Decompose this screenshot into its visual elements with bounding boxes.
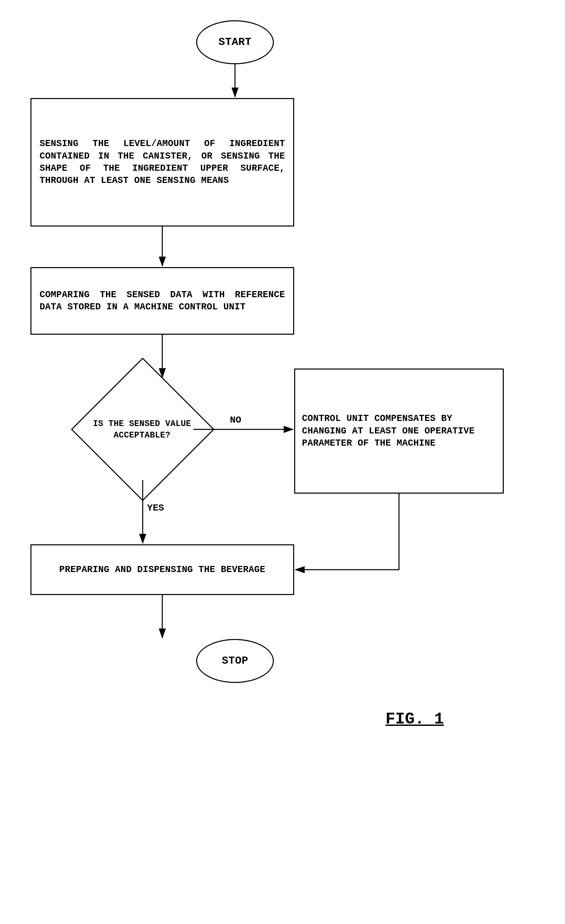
svg-text:YES: YES [147,503,164,513]
svg-text:NO: NO [230,415,241,425]
comparing-node: COMPARING THE SENSED DATA WITH REFERENCE… [30,267,294,335]
flowchart: START SENSING THE LEVEL/AMOUNT OF INGRED… [0,0,565,924]
dispense-node: PREPARING AND DISPENSING THE BEVERAGE [30,544,294,595]
decision-diamond [71,358,214,501]
sensing-node: SENSING THE LEVEL/AMOUNT OF INGREDIENT C… [30,98,294,226]
start-node: START [196,20,274,64]
compensate-node: CONTROL UNIT COMPENSATES BY CHANGING AT … [294,369,504,494]
figure-label: FIG. 1 [385,710,444,728]
stop-node: STOP [196,639,274,683]
